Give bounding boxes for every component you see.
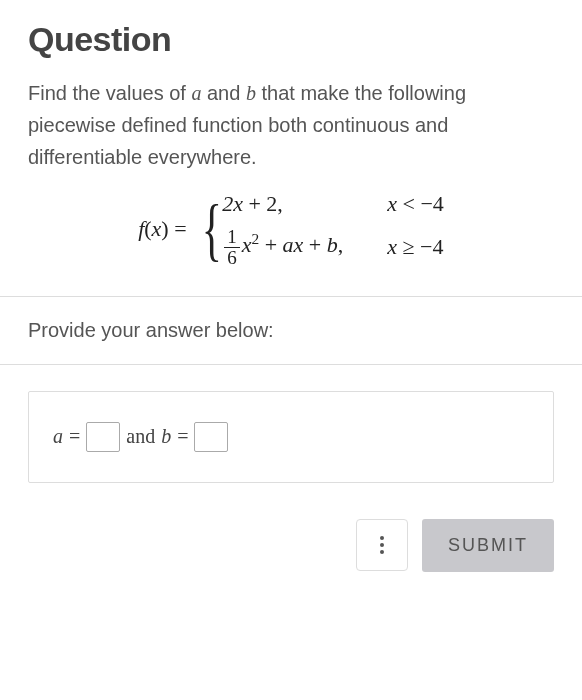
answer-a-input[interactable] [86,422,120,452]
fraction-denominator: 6 [224,248,240,268]
case1-condition: x < −4 [387,191,444,217]
footer-actions: SUBMIT [28,519,554,572]
case2-x: x [242,232,252,257]
answer-eq-1: = [69,425,80,448]
more-options-button[interactable] [356,519,408,571]
equation-display: f(x) = { 2x + 2, x < −4 1 6 x2 + ax + b,… [28,191,554,268]
instruction-text: Provide your answer below: [28,297,554,364]
more-dots-icon [380,550,384,554]
answer-a-label: a [53,425,63,448]
case2-b: b [327,232,338,257]
question-prompt: Find the values of a and b that make the… [28,77,554,173]
case1-expression: 2x + 2, [222,191,343,217]
case2-exponent: 2 [251,230,259,247]
case1-cond-op: < −4 [397,191,444,216]
case2-x2: x [294,232,304,257]
fraction-numerator: 1 [224,227,240,248]
equation-x: x [152,216,162,241]
answer-b-label: b [161,425,171,448]
left-brace: { [201,198,221,261]
question-heading: Question [28,20,554,59]
prompt-var-b: b [246,82,256,104]
equation-lhs: f(x) = [138,216,186,242]
equation-f: f [138,216,144,241]
case2-cond-var: x [387,234,397,259]
prompt-var-a: a [191,82,201,104]
answer-b-input[interactable] [194,422,228,452]
case2-plus1: + [259,232,282,257]
answer-eq-2: = [177,425,188,448]
case2-cond-op: ≥ −4 [397,234,443,259]
more-dots-icon [380,536,384,540]
case2-plus2: + [303,232,326,257]
more-dots-icon [380,543,384,547]
case2-condition: x ≥ −4 [387,234,444,260]
divider-bottom [0,364,582,365]
case2-comma: , [338,232,344,257]
fraction-one-sixth: 1 6 [224,227,240,268]
answer-and: and [126,425,155,448]
case1-cond-var: x [387,191,397,216]
prompt-text-1: Find the values of [28,82,191,104]
prompt-text-2: and [201,82,245,104]
submit-button[interactable]: SUBMIT [422,519,554,572]
case2-a: a [283,232,294,257]
case2-expression: 1 6 x2 + ax + b, [222,227,343,268]
equation-cases: { 2x + 2, x < −4 1 6 x2 + ax + b, x ≥ −4 [195,191,444,268]
answer-area: a = and b = [28,391,554,483]
